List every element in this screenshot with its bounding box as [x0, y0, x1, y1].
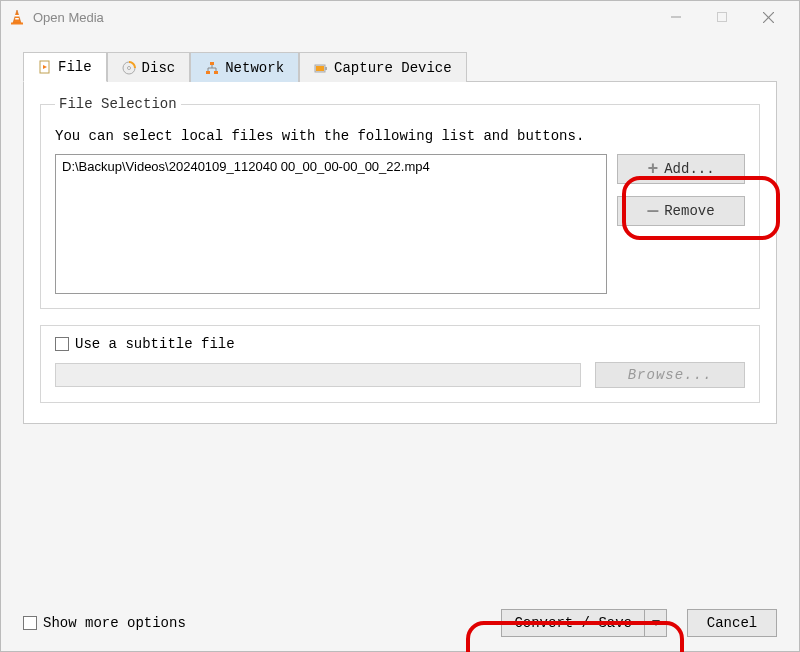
window-title: Open Media [33, 10, 653, 25]
svg-rect-5 [718, 13, 727, 22]
tab-label: File [58, 59, 92, 75]
subtitle-path-input [55, 363, 581, 387]
svg-rect-3 [11, 23, 23, 25]
tab-file[interactable]: File [23, 52, 107, 82]
close-button[interactable] [745, 2, 791, 32]
convert-dropdown[interactable] [644, 610, 666, 636]
svg-rect-17 [325, 67, 327, 70]
show-more-label: Show more options [43, 615, 186, 631]
add-label: Add... [664, 161, 714, 177]
vlc-cone-icon [9, 9, 25, 25]
open-media-window: Open Media File Disc Network Capture Dev [0, 0, 800, 652]
minus-icon: — [647, 202, 658, 220]
cancel-label: Cancel [707, 615, 757, 631]
tab-bar: File Disc Network Capture Device [23, 51, 777, 81]
convert-label: Convert / Save [502, 610, 644, 636]
file-selection-group: File Selection You can select local file… [40, 96, 760, 309]
tab-label: Disc [142, 60, 176, 76]
svg-rect-12 [210, 62, 214, 65]
plus-icon: + [647, 160, 658, 178]
svg-marker-18 [652, 620, 660, 626]
tab-capture-device[interactable]: Capture Device [299, 52, 467, 82]
file-list-item[interactable]: D:\Backup\Videos\20240109_112040 00_00_0… [62, 159, 600, 174]
svg-point-11 [127, 66, 130, 69]
tab-label: Capture Device [334, 60, 452, 76]
file-selection-help: You can select local files with the foll… [55, 128, 745, 144]
content-area: File Disc Network Capture Device File Se… [1, 33, 799, 651]
subtitle-group: Use a subtitle file Browse... [40, 325, 760, 403]
window-controls [653, 2, 791, 32]
browse-button: Browse... [595, 362, 745, 388]
remove-button[interactable]: — Remove [617, 196, 745, 226]
titlebar: Open Media [1, 1, 799, 33]
tab-network[interactable]: Network [190, 52, 299, 82]
browse-label: Browse... [628, 367, 713, 383]
network-icon [205, 61, 219, 75]
tab-disc[interactable]: Disc [107, 52, 191, 82]
minimize-button[interactable] [653, 2, 699, 32]
add-button[interactable]: + Add... [617, 154, 745, 184]
subtitle-checkbox-row[interactable]: Use a subtitle file [55, 336, 745, 352]
show-more-row[interactable]: Show more options [23, 615, 186, 631]
convert-save-button[interactable]: Convert / Save [501, 609, 667, 637]
file-icon [38, 60, 52, 74]
chevron-down-icon [652, 620, 660, 626]
file-list[interactable]: D:\Backup\Videos\20240109_112040 00_00_0… [55, 154, 607, 294]
disc-icon [122, 61, 136, 75]
file-selection-legend: File Selection [55, 96, 181, 112]
svg-rect-13 [206, 71, 210, 74]
cancel-button[interactable]: Cancel [687, 609, 777, 637]
tab-label: Network [225, 60, 284, 76]
svg-rect-2 [15, 18, 19, 20]
checkbox-icon[interactable] [23, 616, 37, 630]
checkbox-icon[interactable] [55, 337, 69, 351]
capture-icon [314, 61, 328, 75]
footer: Show more options Convert / Save Cancel [23, 599, 777, 637]
subtitle-checkbox-label: Use a subtitle file [75, 336, 235, 352]
file-panel: File Selection You can select local file… [23, 81, 777, 424]
svg-rect-16 [316, 66, 324, 71]
maximize-button[interactable] [699, 2, 745, 32]
svg-rect-14 [214, 71, 218, 74]
remove-label: Remove [664, 203, 714, 219]
svg-rect-1 [15, 15, 20, 17]
